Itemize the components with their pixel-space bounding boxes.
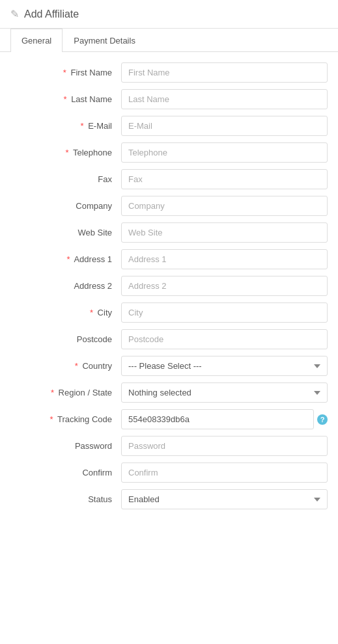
input-fax[interactable]	[121, 169, 328, 189]
pencil-icon: ✎	[10, 8, 19, 20]
field-region: * Region / State Nothing selected	[0, 382, 338, 403]
field-email: * E-Mail	[0, 116, 338, 136]
field-country: * Country --- Please Select ---	[0, 356, 338, 376]
label-status: Status	[10, 494, 121, 504]
required-star: *	[63, 68, 66, 77]
field-address2: Address 2	[0, 276, 338, 296]
tracking-wrapper: ?	[121, 409, 328, 429]
label-confirm: Confirm	[10, 468, 121, 477]
label-first-name: * First Name	[10, 68, 121, 77]
select-status[interactable]: Enabled Disabled	[121, 489, 328, 509]
select-country[interactable]: --- Please Select ---	[121, 356, 328, 376]
input-tracking-code[interactable]	[121, 409, 314, 429]
label-website: Web Site	[10, 228, 121, 237]
input-telephone[interactable]	[121, 142, 328, 163]
input-last-name[interactable]	[121, 89, 328, 109]
label-telephone: * Telephone	[10, 148, 121, 157]
field-fax: Fax	[0, 169, 338, 189]
field-city: * City	[0, 302, 338, 323]
field-first-name: * First Name	[0, 62, 338, 83]
field-password: Password	[0, 436, 338, 456]
label-postcode: Postcode	[10, 334, 121, 344]
field-website: Web Site	[0, 222, 338, 243]
required-star: *	[51, 388, 54, 397]
input-confirm[interactable]	[121, 463, 328, 483]
field-last-name: * Last Name	[0, 89, 338, 109]
field-telephone: * Telephone	[0, 142, 338, 163]
tab-payment-details[interactable]: Payment Details	[63, 29, 147, 52]
label-last-name: * Last Name	[10, 94, 121, 104]
required-star: *	[90, 308, 93, 317]
input-email[interactable]	[121, 116, 328, 136]
tracking-help-icon[interactable]: ?	[317, 414, 328, 425]
label-company: Company	[10, 201, 121, 211]
label-email: * E-Mail	[10, 121, 121, 131]
affiliate-form: * First Name * Last Name * E-Mail * Tele…	[0, 52, 338, 526]
page-header: ✎ Add Affiliate	[0, 0, 338, 29]
label-fax: Fax	[10, 174, 121, 184]
page-title: Add Affiliate	[24, 8, 79, 20]
field-company: Company	[0, 196, 338, 216]
field-address1: * Address 1	[0, 249, 338, 269]
input-password[interactable]	[121, 436, 328, 456]
input-website[interactable]	[121, 222, 328, 243]
required-star: *	[80, 121, 83, 131]
input-city[interactable]	[121, 302, 328, 323]
label-password: Password	[10, 441, 121, 451]
label-tracking-code: * Tracking Code	[10, 414, 121, 424]
input-address2[interactable]	[121, 276, 328, 296]
input-first-name[interactable]	[121, 62, 328, 83]
required-star: *	[49, 414, 53, 424]
label-country: * Country	[10, 361, 121, 371]
required-star: *	[63, 94, 66, 104]
input-company[interactable]	[121, 196, 328, 216]
required-star: *	[75, 361, 78, 371]
label-address1: * Address 1	[10, 254, 121, 264]
label-city: * City	[10, 308, 121, 317]
field-confirm: Confirm	[0, 463, 338, 483]
tab-bar: General Payment Details	[0, 29, 338, 52]
label-address2: Address 2	[10, 281, 121, 291]
select-region[interactable]: Nothing selected	[121, 382, 328, 403]
required-star: *	[66, 148, 69, 157]
field-postcode: Postcode	[0, 329, 338, 349]
field-tracking-code: * Tracking Code ?	[0, 409, 338, 429]
input-address1[interactable]	[121, 249, 328, 269]
field-status: Status Enabled Disabled	[0, 489, 338, 509]
label-region: * Region / State	[10, 388, 121, 397]
tab-general[interactable]: General	[10, 29, 63, 52]
required-star: *	[66, 254, 70, 264]
input-postcode[interactable]	[121, 329, 328, 349]
